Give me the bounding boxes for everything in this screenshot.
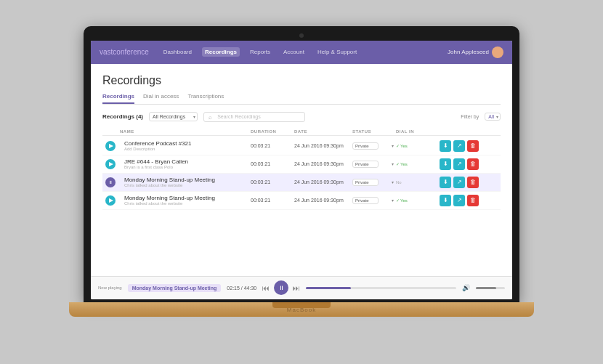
brand-logo: vastconference xyxy=(100,48,149,56)
nav-account[interactable]: Account xyxy=(280,47,307,57)
share-btn-1[interactable]: ↗ xyxy=(453,140,465,152)
nav-dashboard[interactable]: Dashboard xyxy=(161,47,195,57)
row-name-1: Conference Podcast #321 Add Description xyxy=(120,140,251,151)
nav-user: John Appleseed xyxy=(448,46,503,58)
row-desc-3: Chris talked about the website xyxy=(124,183,246,187)
th-dial-in: DIAL IN xyxy=(396,129,440,134)
play-button-4[interactable] xyxy=(105,195,116,206)
share-btn-2[interactable]: ↗ xyxy=(453,158,465,170)
table-row: Monday Morning Stand-up Meeting Chris ta… xyxy=(102,174,501,192)
main-content: Recordings Recordings Dial in access Tra… xyxy=(91,64,512,276)
now-playing-label: Now playing xyxy=(98,286,122,290)
brand-part2: conference xyxy=(113,48,148,56)
volume-icon: 🔊 xyxy=(462,284,470,291)
avatar[interactable] xyxy=(492,46,503,58)
username: John Appleseed xyxy=(448,49,489,55)
status-select-2[interactable]: Private xyxy=(352,161,379,168)
share-btn-4[interactable]: ↗ xyxy=(453,195,465,206)
prev-button[interactable]: ⏮ xyxy=(262,284,270,292)
progress-bar[interactable] xyxy=(306,287,456,289)
row-duration-4: 00:03:21 xyxy=(251,198,294,203)
next-button[interactable]: ⏭ xyxy=(293,284,300,292)
play-button-2[interactable] xyxy=(105,159,116,169)
time-display: 02:15 / 44:30 xyxy=(227,286,256,291)
table-row: Monday Morning Stand-up Meeting Chris ta… xyxy=(102,192,501,210)
filter-by-wrapper: All xyxy=(485,113,501,121)
screen-bezel: vastconference Dashboard Recordings Repo… xyxy=(84,26,519,302)
row-actions-3: ⬇ ↗ 🗑 xyxy=(440,177,498,188)
nav-recordings[interactable]: Recordings xyxy=(202,47,240,57)
camera xyxy=(299,33,304,38)
th-date: DATE xyxy=(294,129,352,134)
delete-btn-2[interactable]: 🗑 xyxy=(467,158,479,170)
download-btn-2[interactable]: ⬇ xyxy=(440,158,451,170)
player-controls: ⏮ ⏸ ⏭ xyxy=(262,280,300,295)
status-wrapper-4: Private xyxy=(352,197,396,204)
row-name-2: JRE #644 - Bryan Callen Bryan is a first… xyxy=(120,158,251,169)
nav-links: Dashboard Recordings Reports Account Hel… xyxy=(161,47,448,57)
search-icon: ⌕ xyxy=(209,114,214,120)
play-button-1[interactable] xyxy=(105,141,116,151)
filter-dropdown-wrapper: All Recordings xyxy=(149,112,198,121)
status-select-4[interactable]: Private xyxy=(352,197,379,204)
delete-btn-4[interactable]: 🗑 xyxy=(467,195,479,206)
dial-yes-1: ✓ Yes xyxy=(396,143,408,148)
current-time: 02:15 xyxy=(227,286,240,291)
delete-btn-1[interactable]: 🗑 xyxy=(467,140,479,152)
dial-in-4: ✓ Yes xyxy=(396,198,440,203)
share-btn-3[interactable]: ↗ xyxy=(453,177,465,188)
download-btn-1[interactable]: ⬇ xyxy=(440,140,451,152)
status-select-1[interactable]: Private xyxy=(352,142,379,150)
recordings-count: Recordings (4) xyxy=(102,113,143,120)
row-actions-1: ⬇ ↗ 🗑 xyxy=(440,140,498,152)
table-row: JRE #644 - Bryan Callen Bryan is a first… xyxy=(102,155,501,174)
sub-tabs: Recordings Dial in access Transcriptions xyxy=(102,93,501,105)
row-title-1: Conference Podcast #321 xyxy=(124,140,246,147)
th-name: NAME xyxy=(120,129,251,134)
status-wrapper-2: Private xyxy=(352,161,396,168)
nav-reports[interactable]: Reports xyxy=(247,47,273,57)
row-duration-3: 00:03:21 xyxy=(251,179,294,185)
search-placeholder: Search Recordings xyxy=(217,114,261,119)
tab-transcriptions[interactable]: Transcriptions xyxy=(187,93,224,104)
dial-yes-4: ✓ Yes xyxy=(396,198,408,203)
tab-dial-in[interactable]: Dial in access xyxy=(143,93,179,104)
row-desc-1: Add Description xyxy=(124,147,246,151)
delete-btn-3[interactable]: 🗑 xyxy=(467,177,479,188)
dial-in-2: ✓ Yes xyxy=(396,161,440,166)
volume-fill xyxy=(476,287,496,289)
laptop-base xyxy=(69,302,534,317)
row-date-2: 24 Jun 2016 09:30pm xyxy=(294,161,352,166)
total-time: 44:30 xyxy=(244,286,257,291)
download-btn-4[interactable]: ⬇ xyxy=(440,195,451,206)
status-select-3[interactable]: Private xyxy=(352,179,379,186)
volume-bar[interactable] xyxy=(476,287,505,289)
filter-by-label: Filter by xyxy=(461,114,479,119)
filter-by-select[interactable]: All xyxy=(485,113,501,121)
row-title-4: Monday Morning Stand-up Meeting xyxy=(124,195,246,201)
tab-recordings[interactable]: Recordings xyxy=(102,93,134,104)
row-date-4: 24 Jun 2016 09:30pm xyxy=(294,198,352,203)
th-duration: DURATION xyxy=(251,129,294,134)
row-title-2: JRE #644 - Bryan Callen xyxy=(124,158,246,165)
dial-in-1: ✓ Yes xyxy=(396,143,440,148)
th-play xyxy=(105,129,120,134)
th-actions xyxy=(440,129,498,134)
filter-dropdown[interactable]: All Recordings xyxy=(149,112,198,121)
laptop-notch xyxy=(272,302,331,308)
table-header: NAME DURATION DATE STATUS DIAL IN xyxy=(102,128,501,136)
nav-help[interactable]: Help & Support xyxy=(315,47,360,57)
download-btn-3[interactable]: ⬇ xyxy=(440,177,451,188)
progress-fill xyxy=(306,287,351,289)
brand-part1: vast xyxy=(100,48,113,56)
row-desc-2: Bryan is a first class Polo xyxy=(124,165,246,169)
now-playing-bar: Now playing Monday Morning Stand-up Meet… xyxy=(91,276,512,299)
row-desc-4: Chris talked about the website xyxy=(124,201,246,206)
th-status: STATUS xyxy=(352,129,396,134)
play-pause-button[interactable]: ⏸ xyxy=(274,280,288,295)
table-row: Conference Podcast #321 Add Description … xyxy=(102,137,501,155)
row-actions-4: ⬇ ↗ 🗑 xyxy=(440,195,498,206)
laptop: vastconference Dashboard Recordings Repo… xyxy=(76,26,527,339)
pause-button-3[interactable] xyxy=(105,177,116,187)
search-box[interactable]: ⌕ Search Recordings xyxy=(203,112,305,122)
